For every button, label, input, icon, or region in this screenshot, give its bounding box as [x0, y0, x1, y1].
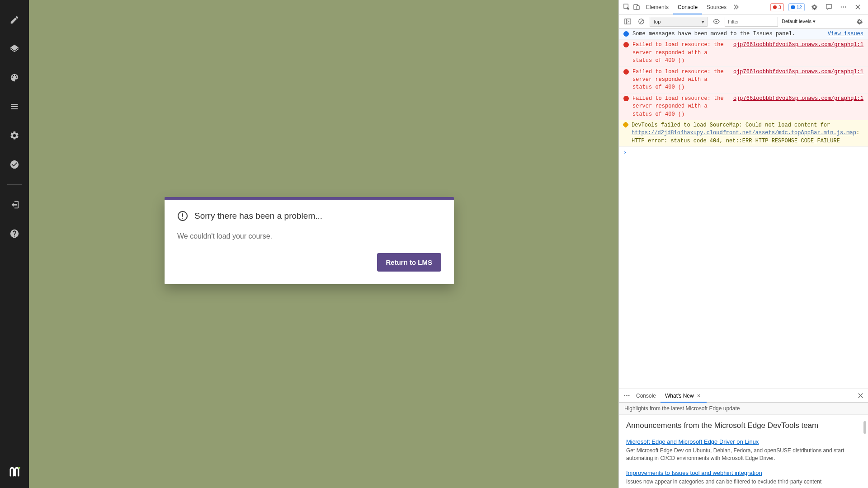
console-prompt[interactable]: › — [619, 147, 868, 158]
devtools-menu-button[interactable] — [838, 2, 848, 12]
chevron-double-right-icon — [733, 4, 740, 10]
whatsnew-desc: Issues now appear in categories and can … — [626, 478, 861, 486]
exit-icon — [9, 200, 19, 210]
info-count: 12 — [797, 5, 802, 10]
context-select[interactable]: top — [650, 17, 708, 27]
svg-point-8 — [843, 6, 844, 7]
main-canvas: Sorry there has been a problem... We cou… — [29, 0, 618, 488]
error-dot-icon — [773, 5, 777, 9]
error-icon — [623, 42, 629, 47]
svg-point-7 — [840, 6, 841, 7]
console-filter-input[interactable] — [725, 17, 778, 27]
sidebar-help[interactable] — [5, 225, 24, 243]
view-issues-link[interactable]: View issues — [823, 30, 863, 38]
kebab-icon — [623, 392, 630, 399]
sidebar-library[interactable] — [5, 98, 24, 116]
drawer-close-button[interactable] — [855, 391, 865, 401]
gear-icon — [856, 18, 863, 25]
devtools-settings-button[interactable] — [809, 2, 819, 12]
console-message-text: Failed to load resource: the server resp… — [632, 95, 729, 118]
help-icon — [9, 229, 19, 239]
drawer-tab-console[interactable]: Console — [632, 389, 660, 403]
drawer-body: Announcements from the Microsoft Edge De… — [619, 415, 868, 488]
console-message: Failed to load resource: the server resp… — [619, 67, 868, 94]
sidebar-layers[interactable] — [5, 40, 24, 58]
svg-rect-6 — [637, 6, 639, 9]
svg-point-16 — [626, 395, 627, 396]
close-icon — [857, 392, 864, 399]
console-message: DevTools failed to load SourceMap: Could… — [619, 120, 868, 147]
console-settings-button[interactable] — [854, 17, 864, 27]
close-icon — [854, 4, 861, 10]
drawer-scrollbar[interactable] — [863, 421, 866, 434]
warning-icon — [623, 122, 629, 128]
clear-icon — [638, 18, 645, 25]
drawer-menu-button[interactable] — [622, 391, 632, 401]
live-expression-button[interactable] — [711, 17, 721, 27]
svg-point-0 — [18, 467, 20, 469]
info-dot-icon — [791, 5, 795, 9]
error-count: 3 — [778, 5, 781, 10]
console-message: Failed to load resource: the server resp… — [619, 94, 868, 120]
settings-icon — [9, 131, 19, 141]
whatsnew-item: Improvements to Issues tool and webhint … — [626, 469, 861, 486]
app-sidebar — [0, 0, 29, 488]
tab-console[interactable]: Console — [673, 0, 702, 14]
layers-icon — [9, 44, 19, 54]
svg-point-15 — [624, 395, 625, 396]
inspect-element-button[interactable] — [622, 2, 632, 12]
log-levels-select[interactable]: Default levels ▾ — [782, 19, 816, 24]
sidebar-settings[interactable] — [5, 127, 24, 145]
sidebar-palette[interactable] — [5, 69, 24, 87]
eye-icon — [713, 18, 720, 25]
drawer-tab-whatsnew[interactable]: What's New × — [660, 389, 707, 403]
tab-elements[interactable]: Elements — [642, 0, 673, 14]
logo-icon — [8, 465, 21, 478]
svg-line-13 — [639, 20, 643, 23]
drawer-tab-close[interactable]: × — [695, 393, 702, 399]
console-source-link[interactable]: ojp766loobbbfdvoi6sp…onaws.com/graphql:1 — [729, 68, 863, 92]
console-source-link[interactable]: ojp766loobbbfdvoi6sp…onaws.com/graphql:1 — [729, 41, 863, 65]
console-message-text: Some messages have been moved to the Iss… — [632, 30, 823, 38]
gear-icon — [811, 4, 818, 10]
sidebar-check[interactable] — [5, 155, 24, 174]
info-icon — [623, 31, 629, 37]
drawer-tab-label: What's New — [665, 393, 694, 399]
svg-point-17 — [628, 395, 629, 396]
more-tabs-button[interactable] — [731, 2, 741, 12]
devtools-panel: Elements Console Sources 3 12 top Defaul… — [618, 0, 868, 488]
console-sidebar-toggle[interactable] — [623, 17, 632, 27]
drawer-subtitle: Highlights from the latest Microsoft Edg… — [619, 403, 868, 415]
svg-point-9 — [844, 6, 845, 7]
chat-icon — [826, 4, 832, 10]
whatsnew-link[interactable]: Microsoft Edge and Microsoft Edge Driver… — [626, 438, 759, 445]
whatsnew-link[interactable]: Improvements to Issues tool and webhint … — [626, 469, 762, 476]
context-select-value: top — [654, 19, 660, 24]
sidebar-icon — [624, 18, 631, 25]
drawer-tabs: Console What's New × — [619, 389, 868, 403]
info-count-badge[interactable]: 12 — [788, 3, 805, 11]
tab-sources[interactable]: Sources — [702, 0, 731, 14]
devtools-close-button[interactable] — [853, 2, 863, 12]
console-source-link[interactable]: ojp766loobbbfdvoi6sp…onaws.com/graphql:1 — [729, 95, 863, 118]
console-clear-button[interactable] — [636, 17, 646, 27]
alert-circle-icon — [177, 211, 188, 221]
svg-rect-10 — [624, 19, 630, 24]
sidebar-exit[interactable] — [5, 196, 24, 214]
modal-body: We couldn't load your course. — [165, 226, 454, 253]
sidebar-divider — [7, 184, 22, 185]
sidebar-edit[interactable] — [5, 11, 24, 29]
device-toggle-button[interactable] — [632, 2, 642, 12]
return-to-lms-button[interactable]: Return to LMS — [377, 253, 442, 272]
console-output: Some messages have been moved to the Iss… — [619, 29, 868, 389]
devtools-tabs: Elements Console Sources 3 12 — [619, 0, 868, 14]
svg-point-3 — [182, 218, 183, 219]
console-message: Failed to load resource: the server resp… — [619, 40, 868, 66]
console-toolbar: top Default levels ▾ — [619, 14, 868, 29]
feedback-button[interactable] — [824, 2, 834, 12]
check-circle-icon — [9, 160, 19, 169]
sourcemap-link[interactable]: https://d2jd81o4haxupy.cloudfront.net/as… — [632, 130, 856, 136]
console-message-text: Failed to load resource: the server resp… — [632, 41, 729, 65]
edit-icon — [9, 15, 19, 25]
error-count-badge[interactable]: 3 — [770, 3, 784, 11]
